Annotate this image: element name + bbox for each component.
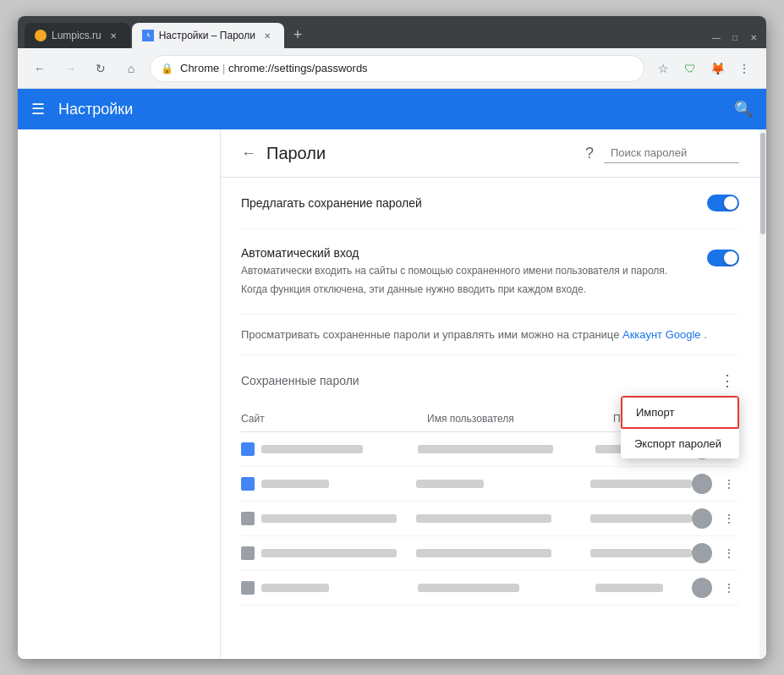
- back-nav-button[interactable]: ←: [28, 57, 52, 80]
- auto-signin-desc2: Когда функция отключена, эти данные нужн…: [241, 282, 694, 297]
- settings-page-title: Настройки: [58, 101, 133, 118]
- offer-save-toggle[interactable]: [707, 195, 739, 211]
- site-favicon: [241, 442, 255, 456]
- browser-window: Lumpics.ru ✕ Настройки – Пароли ✕ + — □ …: [18, 16, 766, 659]
- site-name: [261, 584, 329, 592]
- title-bar: Lumpics.ru ✕ Настройки – Пароли ✕ + — □ …: [18, 16, 766, 48]
- shield-icon[interactable]: 🛡: [678, 57, 702, 80]
- tab-settings[interactable]: Настройки – Пароли ✕: [132, 23, 284, 48]
- user-cell: [416, 514, 591, 523]
- actions-cell: ⋮: [692, 508, 739, 529]
- password-value: [590, 549, 692, 557]
- user-cell: [416, 549, 591, 557]
- row-menu-button[interactable]: ⋮: [719, 474, 739, 494]
- site-favicon: [241, 546, 255, 560]
- tab-close-settings[interactable]: ✕: [260, 29, 274, 42]
- home-button[interactable]: ⌂: [119, 57, 143, 80]
- pass-cell: [590, 480, 692, 488]
- address-bar: ← → ↻ ⌂ 🔒 Chrome | chrome://settings/pas…: [18, 48, 766, 89]
- maximize-button[interactable]: □: [729, 31, 741, 43]
- username-value: [416, 480, 484, 488]
- site-favicon: [241, 581, 255, 595]
- table-row: ⋮: [241, 502, 739, 536]
- bookmark-icon[interactable]: ☆: [651, 57, 675, 80]
- username-value: [416, 514, 551, 523]
- window-controls: — □ ✕: [710, 31, 759, 43]
- site-cell: [241, 442, 418, 456]
- auto-signin-desc1: Автоматически входить на сайты с помощью…: [241, 263, 694, 278]
- show-password-button[interactable]: [692, 508, 712, 529]
- tab-favicon-settings: [142, 30, 154, 41]
- import-passwords-button[interactable]: Импорт: [621, 396, 739, 429]
- secure-icon: 🔒: [161, 63, 173, 74]
- minimize-button[interactable]: —: [710, 31, 722, 43]
- row-menu-button[interactable]: ⋮: [719, 578, 739, 598]
- table-row: ⋮: [241, 571, 739, 606]
- passwords-body: Предлагать сохранение паролей Автоматиче…: [221, 178, 759, 619]
- tab-close-lumpics[interactable]: ✕: [107, 29, 120, 42]
- passwords-content: ← Пароли ?: [221, 129, 766, 659]
- auto-signin-toggle[interactable]: [707, 250, 739, 266]
- passwords-back-button[interactable]: ←: [241, 145, 256, 162]
- forward-nav-button[interactable]: →: [58, 57, 82, 80]
- url-path: chrome://settings/passwords: [228, 62, 368, 74]
- site-column-header: Сайт: [241, 413, 427, 425]
- google-account-info: Просматривать сохраненные пароли и управ…: [241, 315, 739, 355]
- close-button[interactable]: ✕: [748, 31, 759, 43]
- username-value: [416, 549, 551, 557]
- export-passwords-button[interactable]: Экспорт паролей: [621, 429, 739, 458]
- tab-lumpics[interactable]: Lumpics.ru ✕: [25, 23, 130, 48]
- scrollbar-track[interactable]: [759, 129, 766, 659]
- offer-save-label: Предлагать сохранение паролей: [241, 196, 707, 210]
- site-name: [261, 549, 397, 557]
- help-icon[interactable]: ?: [585, 145, 594, 162]
- row-menu-button[interactable]: ⋮: [719, 543, 739, 563]
- scrollbar-thumb[interactable]: [760, 133, 765, 234]
- table-row: ⋮: [241, 536, 739, 571]
- pass-cell: [590, 514, 692, 523]
- tab-title-lumpics: Lumpics.ru: [52, 30, 101, 41]
- saved-passwords-menu-button[interactable]: ⋮: [715, 369, 739, 392]
- reload-button[interactable]: ↻: [89, 57, 112, 80]
- new-tab-button[interactable]: +: [286, 23, 310, 47]
- username-value: [418, 584, 519, 592]
- actions-cell: ⋮: [692, 578, 739, 598]
- menu-icon[interactable]: ⋮: [732, 57, 756, 80]
- offer-save-text: Предлагать сохранение паролей: [241, 196, 707, 210]
- settings-search-icon[interactable]: 🔍: [734, 100, 753, 118]
- passwords-search-input[interactable]: [604, 143, 739, 163]
- show-password-button[interactable]: [692, 578, 712, 598]
- row-menu-button[interactable]: ⋮: [719, 508, 739, 529]
- show-password-button[interactable]: [692, 543, 712, 563]
- hamburger-icon[interactable]: ☰: [31, 100, 45, 118]
- page-content: ☰ Настройки 🔍 ← Пароли: [18, 89, 766, 659]
- auto-signin-text: Автоматический вход Автоматически входит…: [241, 246, 694, 297]
- show-password-button[interactable]: [692, 474, 712, 494]
- url-input[interactable]: 🔒 Chrome | chrome://settings/passwords: [150, 55, 644, 82]
- username-value: [418, 445, 553, 453]
- info-text-before: Просматривать сохраненные пароли и управ…: [241, 328, 622, 341]
- url-domain: Chrome: [180, 62, 219, 74]
- user-cell: [418, 445, 595, 453]
- url-text: Chrome | chrome://settings/passwords: [180, 62, 633, 74]
- address-actions: ☆ 🛡 🦊 ⋮: [651, 57, 756, 80]
- auto-signin-row: Автоматический вход Автоматически входит…: [241, 229, 739, 315]
- site-favicon: [241, 477, 255, 491]
- tab-title-settings: Настройки – Пароли: [159, 30, 255, 41]
- actions-cell: ⋮: [692, 543, 739, 563]
- offer-save-row: Предлагать сохранение паролей: [241, 178, 739, 229]
- actions-cell: ⋮: [692, 474, 739, 494]
- settings-sidebar: [18, 129, 221, 659]
- site-cell: [241, 512, 416, 525]
- username-column-header: Имя пользователя: [427, 413, 613, 425]
- site-favicon: [241, 512, 255, 525]
- google-account-link[interactable]: Аккаунт Google: [622, 328, 701, 341]
- site-cell: [241, 581, 418, 595]
- saved-passwords-section: Сохраненные пароли ⋮ Импорт Экспорт паро…: [241, 355, 739, 619]
- extension-icon[interactable]: 🦊: [705, 57, 729, 80]
- password-value: [590, 514, 692, 523]
- passwords-page-title: Пароли: [266, 144, 326, 163]
- auto-signin-label: Автоматический вход: [241, 246, 694, 260]
- info-text-after: .: [704, 328, 707, 341]
- site-name: [261, 514, 397, 523]
